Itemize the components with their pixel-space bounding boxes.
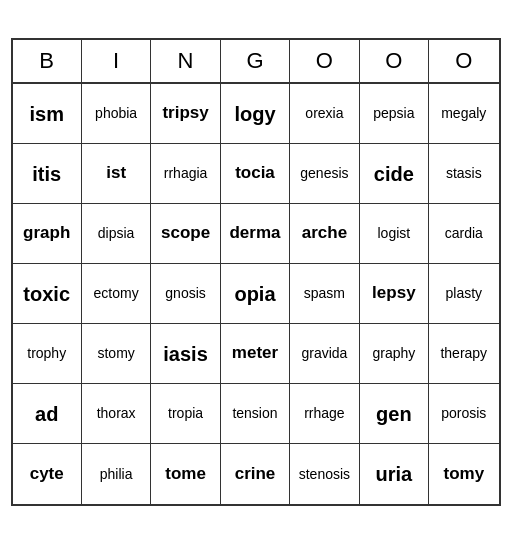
cell-r6-c3: crine [221,444,290,504]
cell-text-r5-c5: gen [376,402,412,426]
cell-text-r4-c0: trophy [27,345,66,362]
cell-r2-c5: logist [360,204,429,264]
cell-text-r6-c4: stenosis [299,466,350,483]
cell-r4-c3: meter [221,324,290,384]
cell-text-r2-c1: dipsia [98,225,135,242]
cell-text-r5-c0: ad [35,402,58,426]
cell-r6-c0: cyte [13,444,82,504]
cell-r0-c2: tripsy [151,84,220,144]
cell-text-r1-c6: stasis [446,165,482,182]
cell-r3-c0: toxic [13,264,82,324]
cell-text-r4-c1: stomy [97,345,134,362]
cell-text-r4-c5: graphy [372,345,415,362]
cell-r6-c2: tome [151,444,220,504]
cell-text-r0-c4: orexia [305,105,343,122]
cell-text-r4-c6: therapy [440,345,487,362]
cell-text-r6-c6: tomy [443,464,484,484]
cell-text-r5-c3: tension [232,405,277,422]
cell-text-r2-c3: derma [229,223,280,243]
cell-r3-c2: gnosis [151,264,220,324]
bingo-card: BINGOOO ismphobiatripsylogyorexiapepsiam… [11,38,501,506]
cell-r3-c5: lepsy [360,264,429,324]
cell-text-r2-c4: arche [302,223,347,243]
cell-text-r0-c1: phobia [95,105,137,122]
cell-text-r0-c6: megaly [441,105,486,122]
cell-text-r2-c5: logist [378,225,411,242]
cell-text-r3-c5: lepsy [372,283,415,303]
cell-text-r6-c2: tome [165,464,206,484]
cell-text-r5-c4: rrhage [304,405,344,422]
header-cell-i1: I [82,40,151,82]
cell-r4-c6: therapy [429,324,498,384]
cell-text-r4-c2: iasis [163,342,207,366]
cell-r4-c4: gravida [290,324,359,384]
cell-text-r2-c0: graph [23,223,70,243]
cell-r1-c5: cide [360,144,429,204]
cell-r2-c2: scope [151,204,220,264]
cell-r1-c1: ist [82,144,151,204]
cell-r2-c6: cardia [429,204,498,264]
cell-text-r0-c5: pepsia [373,105,414,122]
cell-text-r3-c4: spasm [304,285,345,302]
cell-r5-c1: thorax [82,384,151,444]
cell-text-r0-c2: tripsy [162,103,208,123]
header-cell-o5: O [360,40,429,82]
cell-r0-c0: ism [13,84,82,144]
cell-text-r6-c1: philia [100,466,133,483]
cell-r0-c3: logy [221,84,290,144]
cell-r3-c6: plasty [429,264,498,324]
cell-text-r1-c3: tocia [235,163,275,183]
cell-r6-c4: stenosis [290,444,359,504]
cell-r3-c1: ectomy [82,264,151,324]
cell-r6-c5: uria [360,444,429,504]
cell-text-r5-c2: tropia [168,405,203,422]
header-cell-g3: G [221,40,290,82]
cell-r4-c5: graphy [360,324,429,384]
cell-text-r6-c0: cyte [30,464,64,484]
cell-r6-c1: philia [82,444,151,504]
cell-r5-c5: gen [360,384,429,444]
cell-text-r4-c3: meter [232,343,278,363]
header-cell-o4: O [290,40,359,82]
cell-r5-c2: tropia [151,384,220,444]
cell-text-r4-c4: gravida [301,345,347,362]
cell-r1-c3: tocia [221,144,290,204]
cell-text-r3-c1: ectomy [94,285,139,302]
cell-r1-c0: itis [13,144,82,204]
header-cell-o6: O [429,40,498,82]
cell-r1-c4: genesis [290,144,359,204]
cell-r5-c0: ad [13,384,82,444]
bingo-grid: ismphobiatripsylogyorexiapepsiamegalyiti… [13,84,499,504]
cell-r1-c2: rrhagia [151,144,220,204]
cell-text-r2-c6: cardia [445,225,483,242]
cell-text-r3-c2: gnosis [165,285,205,302]
cell-text-r6-c3: crine [235,464,276,484]
cell-text-r2-c2: scope [161,223,210,243]
cell-r5-c6: porosis [429,384,498,444]
cell-text-r0-c3: logy [234,102,275,126]
cell-text-r1-c2: rrhagia [164,165,208,182]
header-cell-b0: B [13,40,82,82]
cell-r2-c1: dipsia [82,204,151,264]
cell-r0-c1: phobia [82,84,151,144]
cell-text-r1-c0: itis [32,162,61,186]
cell-text-r6-c5: uria [376,462,413,486]
bingo-header: BINGOOO [13,40,499,84]
cell-text-r0-c0: ism [29,102,63,126]
cell-text-r3-c0: toxic [23,282,70,306]
cell-r6-c6: tomy [429,444,498,504]
cell-r2-c0: graph [13,204,82,264]
cell-r5-c3: tension [221,384,290,444]
cell-r0-c5: pepsia [360,84,429,144]
cell-r0-c4: orexia [290,84,359,144]
cell-r4-c1: stomy [82,324,151,384]
header-cell-n2: N [151,40,220,82]
cell-r5-c4: rrhage [290,384,359,444]
cell-r2-c3: derma [221,204,290,264]
cell-text-r3-c6: plasty [445,285,482,302]
cell-r4-c2: iasis [151,324,220,384]
cell-text-r5-c6: porosis [441,405,486,422]
cell-text-r5-c1: thorax [97,405,136,422]
cell-text-r1-c5: cide [374,162,414,186]
cell-r3-c4: spasm [290,264,359,324]
